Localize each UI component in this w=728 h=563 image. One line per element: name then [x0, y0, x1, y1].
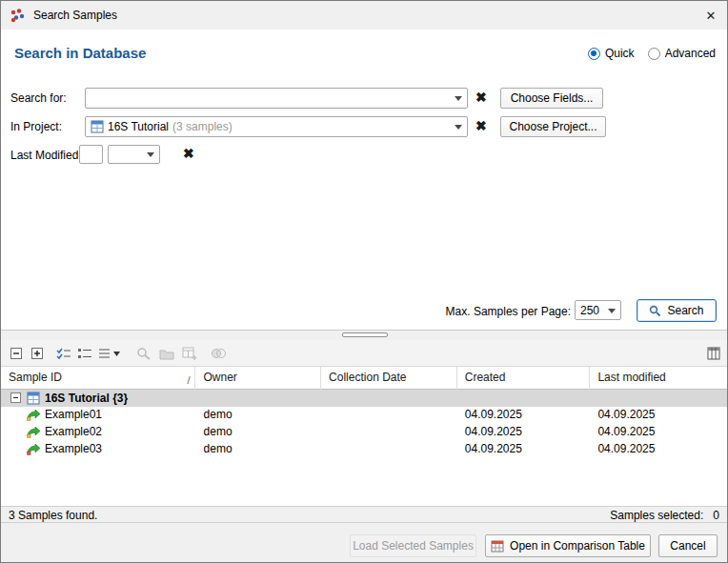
column-header-collection-date[interactable]: Collection Date — [321, 367, 457, 390]
collection-date — [321, 441, 457, 458]
project-sample-count: (3 samples) — [172, 120, 233, 133]
clear-search-icon[interactable]: ✖ — [475, 90, 487, 104]
column-header-created[interactable]: Created — [457, 367, 591, 390]
max-samples-label: Max. Samples per Page: — [401, 305, 571, 318]
collection-date — [321, 424, 457, 441]
table-row[interactable]: Example02 demo 04.09.2025 04.09.2025 — [1, 424, 727, 441]
sample-id: Example01 — [45, 408, 102, 421]
open-sample-icon[interactable] — [157, 345, 176, 362]
sample-icon — [27, 427, 41, 438]
last-modified: 04.09.2025 — [590, 424, 727, 441]
sort-indicator-icon: / — [187, 370, 190, 390]
max-samples-value: 250 — [580, 304, 599, 317]
app-logo-icon — [10, 8, 25, 23]
collection-date — [321, 407, 457, 424]
splitter — [1, 331, 727, 340]
chevron-down-icon — [455, 96, 462, 101]
sample-id: Example02 — [45, 425, 102, 438]
last-modified: 04.09.2025 — [590, 407, 727, 424]
column-header-last-modified[interactable]: Last modified — [590, 367, 727, 390]
sample-id: Example03 — [45, 442, 102, 455]
comparison-table-icon — [491, 540, 504, 553]
radio-quick-label: Quick — [605, 47, 635, 60]
add-to-table-icon[interactable] — [180, 345, 199, 362]
choose-fields-button[interactable]: Choose Fields... — [500, 88, 603, 109]
last-modified-label: Last Modified: — [10, 149, 82, 162]
radio-quick-circle — [588, 48, 600, 60]
owner: demo — [196, 407, 322, 424]
group-label: 16S Tutorial {3} — [45, 392, 128, 405]
compare-samples-icon[interactable] — [209, 345, 228, 362]
radio-advanced-label: Advanced — [665, 47, 716, 60]
choose-columns-icon[interactable] — [704, 345, 723, 362]
results-table-body: 16S Tutorial {3} Example01 demo 04.09.20… — [1, 390, 727, 506]
status-bar: 3 Samples found. Samples selected: 0 — [1, 506, 727, 523]
project-combobox[interactable]: 16S Tutorial (3 samples) — [85, 116, 468, 137]
expand-all-icon[interactable] — [28, 345, 47, 362]
radio-advanced-circle — [648, 48, 660, 60]
owner: demo — [196, 424, 322, 441]
load-selected-samples-button[interactable]: Load Selected Samples — [350, 534, 476, 557]
open-in-comparison-table-label: Open in Comparison Table — [510, 539, 645, 553]
samples-found-text: 3 Samples found. — [9, 509, 97, 522]
footer-bar: ? Load Selected Samples Open in Comparis… — [1, 523, 727, 563]
window-title: Search Samples — [33, 9, 117, 22]
search-button-label: Search — [667, 304, 703, 317]
samples-selected-value: 0 — [713, 509, 719, 522]
chevron-down-icon — [608, 309, 616, 313]
created: 04.09.2025 — [457, 407, 591, 424]
clear-project-icon[interactable]: ✖ — [475, 119, 487, 132]
last-modified-value-field[interactable] — [79, 145, 103, 164]
max-samples-combobox[interactable]: 250 — [575, 300, 621, 320]
owner: demo — [196, 441, 322, 458]
page-title: Search in Database — [14, 45, 146, 61]
magnifier-icon — [649, 305, 661, 317]
view-options-dropdown-icon[interactable] — [96, 345, 123, 362]
table-row[interactable]: Example03 demo 04.09.2025 04.09.2025 — [1, 441, 727, 458]
sample-icon — [27, 444, 41, 455]
splitter-grip[interactable] — [342, 332, 388, 337]
search-panel: Search in Database Quick Advanced Search… — [1, 30, 727, 331]
radio-advanced[interactable]: Advanced — [648, 47, 716, 60]
results-table-header: Sample ID / Owner Collection Date Create… — [1, 367, 727, 390]
created: 04.09.2025 — [457, 424, 591, 441]
column-header-owner[interactable]: Owner — [195, 367, 321, 390]
project-icon — [91, 120, 104, 133]
radio-quick[interactable]: Quick — [588, 47, 635, 60]
close-icon[interactable]: ✕ — [695, 1, 727, 30]
samples-selected-label: Samples selected: — [610, 509, 703, 522]
collapse-group-icon[interactable] — [10, 392, 21, 403]
project-value: 16S Tutorial — [108, 120, 169, 133]
mode-radio-group: Quick Advanced — [588, 47, 716, 60]
in-project-label: In Project: — [10, 120, 62, 133]
clear-last-modified-icon[interactable]: ✖ — [183, 147, 194, 160]
find-sample-icon[interactable] — [134, 345, 153, 362]
search-for-combobox[interactable] — [85, 88, 468, 109]
column-header-sample-id[interactable]: Sample ID / — [1, 367, 195, 390]
sample-icon — [27, 410, 41, 421]
search-button[interactable]: Search — [637, 299, 717, 322]
group-row-16s-tutorial[interactable]: 16S Tutorial {3} — [1, 390, 727, 407]
list-view-icon[interactable] — [75, 345, 94, 362]
title-bar: Search Samples ✕ — [1, 1, 727, 30]
check-levels-icon[interactable] — [54, 345, 73, 362]
collapse-all-icon[interactable] — [7, 345, 26, 362]
choose-project-button[interactable]: Choose Project... — [500, 116, 606, 137]
open-in-comparison-table-button[interactable]: Open in Comparison Table — [485, 534, 651, 557]
project-icon — [27, 392, 40, 405]
last-modified: 04.09.2025 — [590, 441, 727, 458]
cancel-button[interactable]: Cancel — [658, 534, 718, 557]
results-toolbar — [1, 340, 727, 367]
table-row[interactable]: Example01 demo 04.09.2025 04.09.2025 — [1, 407, 727, 424]
chevron-down-icon — [147, 152, 154, 157]
last-modified-unit-combobox[interactable] — [108, 145, 160, 164]
chevron-down-icon — [455, 125, 462, 130]
search-for-label: Search for: — [10, 91, 67, 105]
search-for-input[interactable] — [91, 89, 450, 108]
search-samples-dialog: Search Samples ✕ Search in Database Quic… — [0, 0, 728, 563]
created: 04.09.2025 — [457, 441, 591, 458]
